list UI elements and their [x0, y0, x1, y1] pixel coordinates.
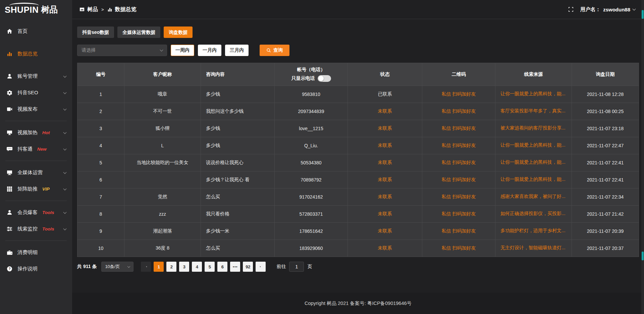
chevron-down-icon [63, 91, 67, 94]
source-link[interactable]: 感谢大家喜欢我家，被问了好... [500, 194, 566, 200]
tab-media-operation-data[interactable]: 全媒体运营数据 [117, 27, 160, 38]
query-button[interactable]: 查询 [260, 45, 289, 56]
cell-status: 未联系 [348, 189, 422, 206]
cell-id: 5 [77, 154, 124, 171]
cell-id: 2 [77, 103, 124, 120]
goto-page-input[interactable]: 1 [289, 262, 304, 272]
cell-content: 我只看价格 [201, 206, 275, 223]
cell-status: 未联系 [348, 137, 422, 154]
source-link[interactable]: 被大家追着问的客厅投影分享... [500, 125, 566, 131]
page-button-92[interactable]: 92 [243, 262, 253, 272]
page-ellipsis-button[interactable]: ••• [230, 262, 240, 272]
page-button-6[interactable]: 6 [217, 262, 227, 272]
sidebar-item-home[interactable]: 首页 [0, 23, 72, 40]
sidebar-item-douyin-seo[interactable]: 抖音SEO [0, 85, 72, 101]
sliders-icon [7, 226, 13, 232]
main-area: 树品 > 数据总览 用户名：zswodun88 抖音seo数据 [72, 0, 644, 314]
sidebar-item-member-burst[interactable]: 会员爆客 Tools [0, 204, 72, 221]
phone-only-label: 只显示电话 [291, 75, 315, 82]
range-quarter-button[interactable]: 三月内 [225, 45, 249, 56]
page-button-5[interactable]: 5 [205, 262, 215, 272]
chevron-down-icon [63, 170, 67, 174]
source-link[interactable]: 无主灯设计，智能磁吸轨道灯... [500, 245, 566, 251]
cell-nickname: 哦章 [124, 86, 201, 103]
source-link[interactable]: 客厅安装投影半年多了，真实... [500, 108, 566, 114]
breadcrumb-home[interactable]: 树品 [87, 6, 98, 13]
cell-qrcode-link[interactable]: 私信 扫码加好友 [422, 240, 495, 257]
sidebar-item-video-heat[interactable]: 视频加热 Hot [0, 124, 72, 141]
goto-label: 前往 [276, 264, 286, 270]
sidebar-item-media-operation[interactable]: 全媒体运营 [0, 164, 72, 181]
page-scrollbar[interactable] [641, 0, 644, 314]
sidebar-item-video-publish[interactable]: 视频发布 [0, 101, 72, 117]
source-link[interactable]: 让你一眼就爱上的黑科技，能... [500, 142, 566, 148]
source-link[interactable]: 多功能护栏灯，适用于乡村文... [500, 228, 566, 234]
page-button-3[interactable]: 3 [179, 262, 189, 272]
source-link[interactable]: 如何正确选择投影仪，买投影... [500, 211, 566, 217]
cell-content: 说说价格让我死心 [201, 154, 275, 171]
sidebar-badge: Tools [42, 210, 54, 215]
cell-nickname: zzz [124, 206, 201, 223]
cell-qrcode-link[interactable]: 私信 扫码加好友 [422, 154, 495, 171]
fullscreen-icon[interactable] [568, 7, 574, 12]
sidebar-item-consumption-detail[interactable]: 消费明细 [0, 244, 72, 261]
logo[interactable]: SHUPIN 树品 [0, 0, 72, 19]
source-link[interactable]: 让你一眼就爱上的黑科技，能... [500, 159, 566, 165]
cell-qrcode-link[interactable]: 私信 扫码加好友 [422, 86, 495, 103]
sidebar-badge: Tools [42, 226, 54, 231]
page-button-4[interactable]: 4 [192, 262, 202, 272]
chevron-down-icon [63, 74, 67, 77]
cell-content: 多少钱 [201, 137, 275, 154]
cell-source: 客厅安装投影半年多了，真实... [495, 103, 572, 120]
page-size-select[interactable]: 10条/页 [101, 262, 133, 272]
sidebar-item-label: 抖音SEO [17, 90, 38, 96]
copyright-text: Copyright 树品 2021 备案号: 粤ICP备09019646号 [305, 300, 412, 307]
chevron-down-icon [63, 187, 67, 190]
logo-brand-cn: 树品 [41, 5, 58, 14]
cell-qrcode-link[interactable]: 私信 扫码加好友 [422, 223, 495, 240]
tab-inquiry-data[interactable]: 询盘数据 [164, 27, 193, 38]
table-row: 3 狐小狸 多少钱 love__1215 未联系 私信 扫码加好友 被大家追着问… [77, 120, 639, 137]
sidebar-item-instructions[interactable]: ? 操作说明 [0, 261, 72, 277]
cell-qrcode-link[interactable]: 私信 扫码加好友 [422, 120, 495, 137]
table-header-row: 编号 客户昵称 咨询内容 帐号（电话） 只显示电话 状态 二维码 线索来源 [77, 63, 639, 86]
cell-account: Q_Liu. [275, 137, 348, 154]
sidebar-item-label: 会员爆客 [17, 209, 38, 216]
cell-account: 572803371 [275, 206, 348, 223]
scrollbar-mark-top [642, 10, 644, 19]
sidebar-item-data-overview[interactable]: 数据总览 [0, 46, 72, 62]
cell-content: 多少钱？让我死心 看 [201, 171, 275, 189]
table-row: 10 36度 8 怎么买 183929060 未联系 私信 扫码加好友 无主灯设… [77, 240, 639, 257]
sidebar-item-matrix-boost[interactable]: 矩阵助推 VIP [0, 181, 72, 197]
next-page-button[interactable] [256, 262, 266, 272]
cell-qrcode-link[interactable]: 私信 扫码加好友 [422, 189, 495, 206]
cell-qrcode-link[interactable]: 私信 扫码加好友 [422, 171, 495, 189]
source-link[interactable]: 让你一眼就爱上的黑科技，能... [500, 176, 566, 182]
cell-status: 未联系 [348, 206, 422, 223]
sidebar-item-account-management[interactable]: 账号管理 [0, 68, 72, 85]
sidebar-item-label: 视频发布 [17, 106, 38, 112]
cell-source: 感谢大家喜欢我家，被问了好... [495, 189, 572, 206]
tab-douyin-seo-data[interactable]: 抖音seo数据 [77, 27, 114, 38]
sidebar-divider [5, 201, 67, 201]
sidebar-item-lead-monitor[interactable]: 线索监控 Tools [0, 221, 72, 237]
account-select[interactable]: 请选择 [77, 45, 167, 56]
range-month-button[interactable]: 一月内 [198, 45, 221, 56]
cell-nickname: 当地比较能吃的一位美女 [124, 154, 201, 171]
page-button-2[interactable]: 2 [166, 262, 176, 272]
cell-status: 已联系 [348, 86, 422, 103]
source-link[interactable]: 让你一眼就爱上的黑科技，能... [500, 91, 566, 97]
sidebar-badge: Hot [42, 130, 50, 135]
user-menu[interactable]: 用户名：zswodun88 [580, 6, 635, 13]
sidebar-item-douketong[interactable]: 抖客通 New [0, 141, 72, 157]
range-week-button[interactable]: 一周内 [171, 45, 194, 56]
cell-qrcode-link[interactable]: 私信 扫码加好友 [422, 206, 495, 223]
cell-qrcode-link[interactable]: 私信 扫码加好友 [422, 103, 495, 120]
cell-date: 2021-11-07 20:39 [572, 223, 639, 240]
phone-only-toggle[interactable] [318, 75, 331, 82]
cell-account: 917024162 [275, 189, 348, 206]
prev-page-button[interactable] [141, 262, 151, 272]
app-root: SHUPIN 树品 首页 数据总览 账号管理 抖音SEO 视频发布 视频加热 [0, 0, 644, 314]
page-button-1[interactable]: 1 [154, 262, 164, 272]
cell-qrcode-link[interactable]: 私信 扫码加好友 [422, 137, 495, 154]
